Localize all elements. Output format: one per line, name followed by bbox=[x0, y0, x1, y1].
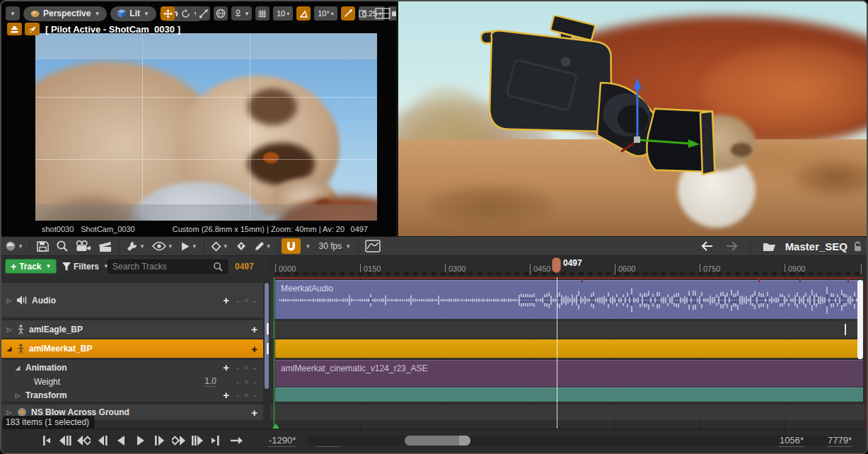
track-row-transform[interactable]: ▷ Transform + ←○→ bbox=[1, 388, 263, 402]
view-range-end-field[interactable]: 7779* bbox=[828, 435, 852, 447]
scale-tool-button[interactable] bbox=[196, 6, 210, 21]
transform-gizmo[interactable] bbox=[611, 72, 710, 157]
world-space-button[interactable] bbox=[214, 6, 228, 21]
play-button[interactable] bbox=[132, 433, 149, 448]
to-front-button[interactable] bbox=[37, 433, 54, 448]
animation-section[interactable]: amlMeerkat_cinematic_v124_r23_ASE bbox=[275, 360, 863, 387]
add-section-button[interactable]: + bbox=[245, 407, 263, 419]
grid-snap-value[interactable]: 10▾ bbox=[273, 6, 293, 21]
rotation-snap-value[interactable]: 10°▾ bbox=[314, 6, 337, 21]
view-range-start-field[interactable]: -1290* bbox=[269, 435, 296, 447]
editor-viewport[interactable] bbox=[398, 1, 868, 236]
viewport-layouts-button[interactable]: ▼ bbox=[373, 6, 396, 21]
expander-icon[interactable]: ◢ bbox=[10, 364, 25, 371]
scrollbar-handle[interactable] bbox=[405, 436, 470, 446]
add-track-button[interactable]: +Track▼ bbox=[5, 259, 57, 274]
track-row-audio[interactable]: ▷ Audio + ←○→ bbox=[1, 283, 263, 318]
playback-options-button[interactable]: ▼ bbox=[177, 238, 201, 255]
expander-icon[interactable]: ▷ bbox=[10, 392, 25, 399]
cinematic-viewport[interactable]: ▼ Perspective▼ Lit▼ Show▼ bbox=[1, 1, 396, 236]
add-section-button[interactable]: + bbox=[217, 361, 235, 373]
track-row-meerkat-selected[interactable]: ◢ amlMeerkat_BP + bbox=[1, 339, 263, 358]
expander-icon[interactable]: ◢ bbox=[1, 345, 17, 352]
snapping-options-dropdown[interactable]: ▼ bbox=[301, 238, 315, 255]
actions-button[interactable]: ▼ bbox=[122, 238, 149, 255]
stop-piloting-button[interactable] bbox=[7, 23, 22, 35]
add-section-button[interactable]: + bbox=[245, 323, 263, 335]
rotation-snap-button[interactable] bbox=[296, 6, 311, 21]
playhead-line[interactable] bbox=[557, 277, 557, 429]
loop-button[interactable] bbox=[228, 433, 245, 448]
add-section-button[interactable]: + bbox=[217, 294, 235, 306]
render-movie-button[interactable] bbox=[95, 238, 116, 255]
surface-snap-button[interactable]: ▼ bbox=[231, 6, 252, 21]
find-in-content-browser-button[interactable] bbox=[52, 238, 72, 255]
keyframe-tick[interactable] bbox=[845, 324, 846, 335]
viewport-options-button[interactable]: ▼ bbox=[6, 6, 20, 21]
move-tool-button[interactable] bbox=[161, 6, 175, 21]
meerkat-section[interactable] bbox=[275, 339, 863, 358]
create-camera-button[interactable] bbox=[72, 238, 95, 255]
track-row-weight[interactable]: Weight 1.0 ←○→ bbox=[1, 375, 263, 388]
lock-icon[interactable] bbox=[853, 241, 862, 252]
perspective-icon bbox=[30, 10, 40, 18]
keyframe-options-button[interactable]: ▼ bbox=[207, 238, 232, 255]
sequence-name[interactable]: Master_SEQ bbox=[785, 240, 847, 252]
browse-sequences-button[interactable] bbox=[759, 238, 780, 255]
world-settings-button[interactable]: ▼ bbox=[1, 238, 27, 255]
track-label: amlEagle_BP bbox=[29, 325, 245, 334]
auto-key-button[interactable] bbox=[232, 238, 250, 255]
lit-button[interactable]: Lit▼ bbox=[110, 6, 156, 21]
thirds-grid-line bbox=[35, 159, 377, 160]
fps-dropdown[interactable]: 30 fps▼ bbox=[314, 238, 355, 255]
timeline-vertical-scrollbar[interactable] bbox=[857, 280, 863, 359]
key-navigation[interactable]: ←○→ bbox=[235, 391, 263, 399]
scale-snap-button[interactable] bbox=[341, 6, 355, 21]
grid-snap-button[interactable] bbox=[255, 6, 270, 21]
expander-icon[interactable]: ▷ bbox=[1, 409, 17, 416]
current-frame-field[interactable]: 0497 bbox=[235, 262, 254, 272]
track-panel-scrollbar[interactable] bbox=[265, 283, 269, 389]
timeline-area[interactable]: MeerkatAudio amlMeerkat_cinematic_v124_r… bbox=[270, 277, 868, 429]
add-section-button[interactable]: + bbox=[217, 389, 235, 401]
pilot-camera-button[interactable] bbox=[25, 23, 40, 35]
lit-label: Lit bbox=[129, 8, 140, 18]
step-prev-frame-button[interactable] bbox=[56, 433, 73, 448]
rotate-tool-button[interactable] bbox=[178, 6, 192, 21]
audio-section[interactable]: MeerkatAudio bbox=[275, 280, 863, 319]
key-navigation[interactable]: ←○→ bbox=[235, 296, 263, 304]
working-range-end-field[interactable]: 1056* bbox=[780, 435, 804, 447]
step-forward-button[interactable] bbox=[151, 433, 168, 448]
edit-options-button[interactable]: ▼ bbox=[250, 238, 275, 255]
timeline-ruler[interactable]: 0000015003000450060007500900 0497 bbox=[270, 256, 868, 277]
curve-editor-button[interactable] bbox=[361, 238, 384, 255]
timeline-horizontal-scrollbar[interactable] bbox=[306, 436, 836, 446]
snapping-toggle-button[interactable] bbox=[282, 238, 301, 254]
save-button[interactable] bbox=[33, 238, 52, 255]
playhead-marker[interactable] bbox=[552, 257, 561, 273]
track-row-eagle[interactable]: ▷ amlEagle_BP + bbox=[1, 320, 263, 338]
perspective-button[interactable]: Perspective▼ bbox=[23, 6, 107, 21]
filters-button[interactable]: Filters▼ bbox=[62, 259, 109, 274]
key-navigation[interactable]: ←○→ bbox=[235, 378, 263, 385]
add-section-button[interactable]: + bbox=[245, 343, 263, 355]
play-reverse-button[interactable] bbox=[113, 433, 130, 448]
section-edge-handle[interactable] bbox=[267, 323, 269, 334]
step-back-button[interactable] bbox=[94, 433, 111, 448]
nav-back-button[interactable] bbox=[698, 238, 717, 255]
expander-icon[interactable]: ▷ bbox=[1, 326, 17, 333]
key-navigation[interactable]: ←○→ bbox=[235, 363, 263, 371]
prev-key-button[interactable] bbox=[75, 433, 92, 448]
weight-value-field[interactable]: 1.0 bbox=[204, 376, 216, 387]
view-options-button[interactable]: ▼ bbox=[149, 238, 177, 255]
to-end-button[interactable] bbox=[209, 433, 226, 448]
expander-icon[interactable]: ▷ bbox=[1, 297, 17, 304]
nav-forward-button[interactable] bbox=[722, 238, 741, 255]
step-next-frame-button[interactable] bbox=[190, 433, 207, 448]
next-key-button[interactable] bbox=[170, 433, 187, 448]
transform-section[interactable] bbox=[275, 388, 863, 402]
track-row-animation[interactable]: ◢ Animation + ←○→ bbox=[1, 360, 263, 375]
search-tracks-input[interactable]: Search Tracks bbox=[108, 260, 228, 274]
section-edge-handle[interactable] bbox=[267, 343, 269, 354]
immersive-mode-button[interactable] bbox=[355, 6, 369, 21]
